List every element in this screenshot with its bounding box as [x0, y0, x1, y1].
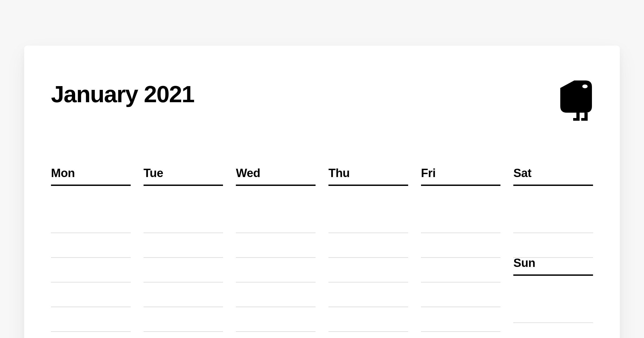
writing-line — [144, 307, 223, 332]
writing-line — [513, 298, 593, 323]
writing-line — [236, 258, 316, 282]
calendar-card: January 2021 Mon — [24, 46, 620, 338]
day-label-wed: Wed — [236, 166, 316, 186]
day-label-thu: Thu — [328, 166, 408, 186]
writing-line — [144, 258, 223, 282]
writing-line — [144, 208, 223, 233]
writing-line — [51, 282, 131, 307]
writing-line — [236, 307, 316, 332]
weekday-grid: Mon Tue Wed Thu — [51, 166, 593, 338]
bird-logo-icon — [558, 80, 593, 121]
writing-line — [144, 233, 223, 258]
day-label-tue: Tue — [144, 166, 223, 186]
day-label-sun: Sun — [513, 256, 593, 276]
writing-line — [513, 208, 593, 233]
writing-line — [51, 307, 131, 332]
col-thu: Thu — [328, 166, 408, 338]
writing-line — [421, 282, 501, 307]
writing-line — [328, 233, 408, 258]
col-fri: Fri — [421, 166, 501, 338]
writing-line — [328, 208, 408, 233]
writing-line — [144, 282, 223, 307]
writing-line — [421, 307, 501, 332]
writing-line — [421, 258, 501, 282]
writing-line — [328, 258, 408, 282]
svg-point-0 — [582, 84, 588, 88]
writing-line — [421, 208, 501, 233]
writing-line — [236, 208, 316, 233]
writing-line — [51, 233, 131, 258]
writing-line — [328, 282, 408, 307]
svg-rect-2 — [584, 113, 588, 119]
writing-line — [328, 307, 408, 332]
day-label-mon: Mon — [51, 166, 131, 186]
writing-line — [51, 208, 131, 233]
writing-line — [513, 233, 593, 258]
writing-line — [51, 258, 131, 282]
writing-line — [236, 233, 316, 258]
col-mon: Mon — [51, 166, 131, 338]
day-label-fri: Fri — [421, 166, 501, 186]
day-label-sat: Sat — [513, 166, 593, 186]
writing-line — [421, 233, 501, 258]
col-tue: Tue — [144, 166, 223, 338]
svg-rect-4 — [581, 118, 588, 121]
col-weekend: Sat Sun — [513, 166, 593, 338]
page-title: January 2021 — [51, 80, 194, 108]
col-wed: Wed — [236, 166, 316, 338]
svg-rect-1 — [576, 113, 580, 119]
svg-rect-3 — [573, 118, 580, 121]
writing-line — [236, 282, 316, 307]
writing-line — [513, 323, 593, 338]
header: January 2021 — [51, 80, 593, 121]
